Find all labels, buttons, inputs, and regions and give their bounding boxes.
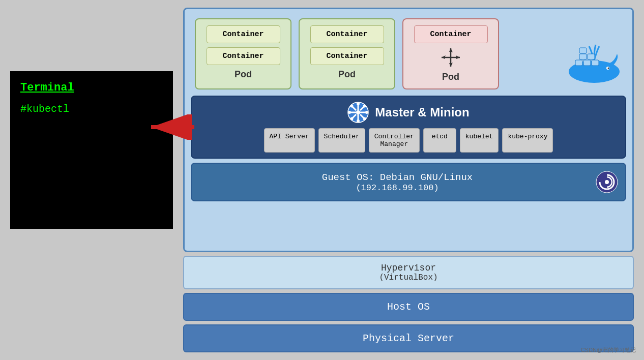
svg-marker-7	[449, 63, 452, 67]
terminal-title: Terminal	[20, 81, 163, 94]
pods-row: Container Container Pod Container Contai…	[191, 15, 626, 92]
docker-icon-area	[566, 18, 622, 89]
pod1-label: Pod	[235, 69, 252, 80]
docker-icon	[566, 39, 622, 84]
svg-point-31	[357, 102, 360, 105]
components-row: API Server Scheduler Controller Manager …	[199, 128, 618, 153]
terminal-command[interactable]: #kubectl	[20, 103, 163, 115]
component-api-server: API Server	[264, 128, 315, 153]
master-title-row: Master & Minion	[199, 102, 618, 123]
component-scheduler: Scheduler	[318, 128, 365, 153]
move-cursor-icon	[441, 47, 461, 68]
svg-point-40	[605, 180, 609, 184]
svg-rect-11	[575, 60, 582, 66]
host-os-box: Host OS	[183, 293, 634, 321]
pod2-container2: Container	[310, 47, 384, 65]
pod-2: Container Container Pod	[299, 18, 395, 89]
pod-3: Container	[402, 18, 499, 89]
watermark: CSDN@洲的学习笔记	[581, 346, 636, 354]
svg-marker-6	[449, 48, 452, 52]
diagram-area: Container Container Pod Container Contai…	[183, 8, 634, 352]
pod1-container1: Container	[207, 25, 280, 43]
pod3-label: Pod	[442, 72, 459, 82]
outer-container: Container Container Pod Container Contai…	[183, 8, 634, 252]
guest-os-box: Guest OS: Debian GNU/Linux (192.168.99.1…	[191, 163, 626, 201]
pod2-label: Pod	[338, 69, 356, 80]
svg-point-18	[608, 68, 609, 69]
pod2-container1: Container	[310, 25, 384, 43]
debian-icon	[596, 171, 618, 193]
red-arrow-icon	[146, 114, 197, 140]
svg-marker-9	[456, 56, 460, 59]
svg-rect-15	[588, 54, 595, 59]
master-title: Master & Minion	[375, 105, 469, 119]
kubernetes-icon	[347, 102, 369, 123]
svg-marker-8	[442, 56, 445, 59]
svg-rect-13	[592, 60, 599, 66]
svg-rect-16	[579, 48, 587, 53]
svg-rect-14	[579, 54, 587, 59]
svg-point-37	[363, 105, 366, 108]
terminal-panel: Terminal #kubectl	[10, 71, 173, 229]
master-minion-box: Master & Minion API Server Scheduler Con…	[191, 96, 626, 159]
svg-rect-12	[583, 60, 591, 66]
physical-server-box: Physical Server	[183, 324, 634, 352]
svg-point-35	[350, 105, 354, 108]
guest-os-text: Guest OS: Debian GNU/Linux (192.168.99.1…	[199, 172, 596, 193]
svg-point-38	[350, 117, 354, 121]
svg-point-34	[365, 111, 368, 114]
svg-point-33	[348, 111, 351, 114]
component-kubelet: kubelet	[460, 128, 499, 153]
svg-point-32	[357, 119, 360, 123]
svg-point-22	[356, 110, 360, 114]
component-controller-manager: Controller Manager	[369, 128, 420, 153]
pod3-cursor-area	[409, 47, 492, 68]
pod-1: Container Container Pod	[195, 18, 291, 89]
svg-point-36	[363, 117, 366, 121]
hypervisor-box: Hypervisor (VirtualBox)	[183, 256, 634, 289]
pod1-container2: Container	[207, 47, 280, 65]
component-etcd: etcd	[423, 128, 456, 153]
component-kube-proxy: kube-proxy	[502, 128, 553, 153]
pod3-container1: Container	[414, 25, 488, 43]
